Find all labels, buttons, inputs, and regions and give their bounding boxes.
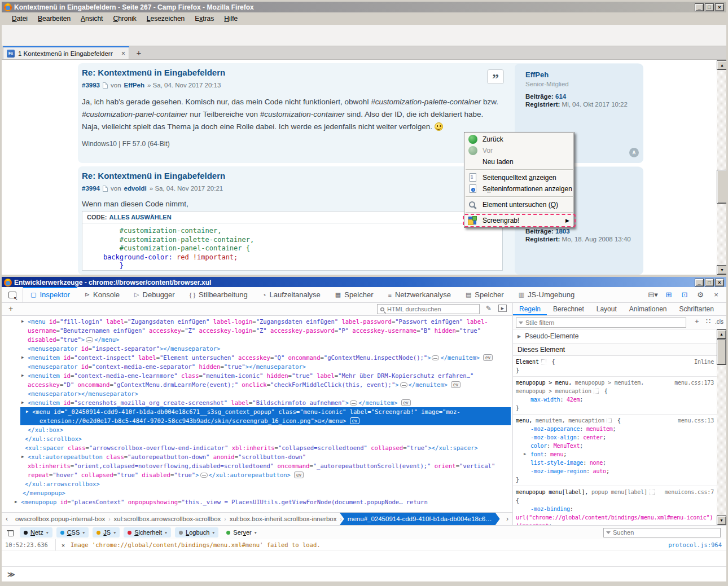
- html-search-input[interactable]: [387, 306, 477, 312]
- collapsed-content-icon[interactable]: [400, 382, 407, 387]
- breadcrumb-item[interactable]: xul:scrollbox.arrowscrollbox-scrollbox: [111, 515, 225, 522]
- event-badge[interactable]: ev: [401, 399, 411, 406]
- expand-icon[interactable]: ▶: [26, 407, 29, 416]
- profile-name[interactable]: EffPeh: [525, 71, 549, 79]
- highlight-selector-icon[interactable]: [650, 490, 655, 495]
- quote-button[interactable]: ”: [487, 69, 504, 84]
- expand-icon[interactable]: ▶: [21, 371, 24, 380]
- filter-netz[interactable]: Netz▾: [20, 527, 52, 537]
- scroll-down-icon[interactable]: ▼: [717, 265, 726, 275]
- tab-speicher[interactable]: ▤Speicher: [458, 287, 511, 302]
- class-toggle-button[interactable]: .cls: [715, 319, 723, 325]
- tab-stilbearbeitung[interactable]: { }Stilbearbeitung: [182, 287, 255, 302]
- markup-line[interactable]: extension://0e2d0e17-b8c5-484f-9702-58cc…: [2, 416, 511, 425]
- menu-datei[interactable]: Datei: [7, 14, 32, 24]
- filter-js[interactable]: JS▾: [93, 527, 120, 537]
- breadcrumb-item[interactable]: menu#_02450914-cdd9-410f-b1da-db004e18c6…: [340, 513, 500, 525]
- settings-gear-icon[interactable]: ⚙: [694, 290, 707, 299]
- markup-line[interactable]: <menupopup id="placesContext" onpopupsho…: [2, 497, 511, 506]
- post-title[interactable]: Re: Kontextmenü in Eingabefeldern: [82, 68, 225, 77]
- post-sheet-icon[interactable]: [103, 186, 108, 192]
- highlight-selector-icon[interactable]: [594, 389, 599, 394]
- filter-css[interactable]: CSS▾: [56, 527, 89, 537]
- markup-line[interactable]: <menu id="fill-login" label="Zugangsdate…: [2, 317, 511, 326]
- console-source-link[interactable]: protocol.js:964: [668, 541, 726, 548]
- page-scrollbar[interactable]: ▲ ▼: [717, 60, 726, 275]
- filter-logbuch[interactable]: Logbuch▾: [175, 527, 218, 537]
- css-declaration[interactable]: ▶font: menu;: [516, 450, 714, 459]
- author-link[interactable]: edvoldi: [124, 185, 147, 192]
- scroll-top-icon[interactable]: ∧: [629, 148, 639, 157]
- markup-line[interactable]: accesskey="D" oncommand="gContextMenu.dr…: [2, 380, 511, 389]
- collapsed-content-icon[interactable]: [86, 337, 93, 342]
- close-icon[interactable]: ×: [709, 290, 723, 299]
- eyedropper-icon[interactable]: ✎: [486, 305, 492, 312]
- minimize-button[interactable]: _: [695, 3, 704, 11]
- event-badge[interactable]: ev: [294, 472, 304, 478]
- tab-debugger[interactable]: ▷Debugger: [127, 287, 182, 302]
- css-declaration[interactable]: list-style-image: none;: [516, 459, 714, 467]
- console-input-row[interactable]: ≫: [2, 566, 726, 581]
- context-menu-item-neu-laden[interactable]: Neu laden: [464, 156, 574, 168]
- expand-icon[interactable]: ▶: [21, 353, 24, 362]
- html-search-box[interactable]: [377, 304, 480, 314]
- css-declaration[interactable]: -moz-box-align: center;: [516, 433, 714, 442]
- console-search-input[interactable]: [613, 529, 718, 536]
- scroll-up-icon[interactable]: ▲: [717, 60, 726, 70]
- rule-location-link[interactable]: menu.css:173: [674, 378, 714, 387]
- toolbox-grid-icon[interactable]: ⊞: [662, 290, 676, 299]
- expand-icon[interactable]: ▶: [21, 317, 24, 326]
- select-all-link[interactable]: ALLES AUSWÄHLEN: [109, 214, 171, 221]
- markup-line[interactable]: <menuseparator id="context-media-eme-sep…: [2, 362, 511, 371]
- scrollbar-thumb[interactable]: [717, 339, 726, 365]
- expand-icon[interactable]: ▶: [524, 450, 526, 459]
- context-menu-item-zur-ck[interactable]: Zurück: [464, 134, 574, 145]
- markup-line[interactable]: <xul:autorepeatbutton class="autorepeatb…: [2, 452, 511, 461]
- menu-chronik[interactable]: Chronik: [108, 14, 141, 24]
- close-button[interactable]: ×: [715, 3, 724, 11]
- markup-line[interactable]: repeat="hover" collapsed="true" disabled…: [2, 470, 511, 479]
- browser-tab[interactable]: Fx 1 Kontextmenü in Eingabefeldern - Se …: [3, 46, 129, 60]
- markup-line[interactable]: <xul:spacer class="arrowscrollbox-overfl…: [2, 443, 511, 452]
- markup-line[interactable]: <menuseparator></menuseparator>: [2, 389, 511, 398]
- maximize-button[interactable]: □: [705, 279, 714, 287]
- context-menu-item-element-untersuchen-q[interactable]: Element untersuchen (Q): [464, 199, 574, 210]
- css-declaration[interactable]: -moz-appearance: menuitem;: [516, 425, 714, 433]
- tab-konsole[interactable]: ⊳Konsole: [77, 287, 127, 302]
- rule-location-link[interactable]: menu.css:13: [678, 416, 714, 425]
- tab-speicher[interactable]: ▦Speicher: [328, 287, 381, 302]
- highlight-selector-icon[interactable]: [541, 359, 546, 364]
- menu-lesezeichen[interactable]: Lesezeichen: [142, 14, 189, 24]
- maximize-button[interactable]: □: [705, 3, 714, 11]
- markup-line[interactable]: <menuitem id="screenshots_mozilla_org_cr…: [2, 398, 511, 407]
- markup-line[interactable]: <menuitem id="context-media-eme-learnmor…: [2, 371, 511, 380]
- markup-line[interactable]: <menuseparator id="inspect-separator"></…: [2, 344, 511, 353]
- post-title[interactable]: Re: Kontextmenü in Eingabefeldern: [82, 171, 225, 180]
- markup-line[interactable]: </xul:scrollbox>: [2, 434, 511, 443]
- css-declaration[interactable]: color: MenuText;: [516, 442, 714, 450]
- css-declaration[interactable]: -moz-image-region: auto;: [516, 467, 714, 475]
- scroll-up-icon[interactable]: ▲: [717, 329, 726, 339]
- expand-icon[interactable]: ▶: [15, 497, 17, 506]
- tab-laufzeitanalyse[interactable]: ◔Laufzeitanalyse: [255, 287, 328, 302]
- expand-icon[interactable]: ▶: [21, 452, 24, 461]
- tab-inspektor[interactable]: ▢Inspektor: [23, 287, 77, 302]
- breadcrumb-item[interactable]: owscrollbox.popup-internal-box: [12, 515, 108, 522]
- markup-line[interactable]: <menuitem id="context-inspect" label="El…: [2, 353, 511, 362]
- context-menu-item-vor[interactable]: Vor: [464, 145, 574, 156]
- menu-ansicht[interactable]: Ansicht: [76, 14, 107, 24]
- context-menu-item-screengrab[interactable]: Screengrab!▶: [464, 215, 574, 226]
- tab-close-icon[interactable]: ×: [121, 50, 125, 58]
- minimize-button[interactable]: _: [695, 279, 704, 287]
- expand-pane-icon[interactable]: ▶: [498, 305, 507, 312]
- console-search-box[interactable]: [603, 528, 721, 537]
- new-tab-button[interactable]: +: [133, 47, 145, 59]
- author-link[interactable]: EffPeh: [124, 82, 144, 89]
- style-filter-input[interactable]: [525, 319, 683, 326]
- breadcrumb-forward-icon[interactable]: ›: [502, 515, 512, 523]
- menu-hilfe[interactable]: Hilfe: [220, 14, 242, 24]
- sidebar-tab-berechnet[interactable]: Berechnet: [547, 303, 590, 315]
- context-menu-item-seitenquelltext-anzeigen[interactable]: Seitenquelltext anzeigen: [464, 172, 574, 183]
- markup-line[interactable]: xbl:inherits="orient,collapsed=notoverfl…: [2, 461, 511, 470]
- scroll-down-icon[interactable]: ▼: [717, 515, 726, 525]
